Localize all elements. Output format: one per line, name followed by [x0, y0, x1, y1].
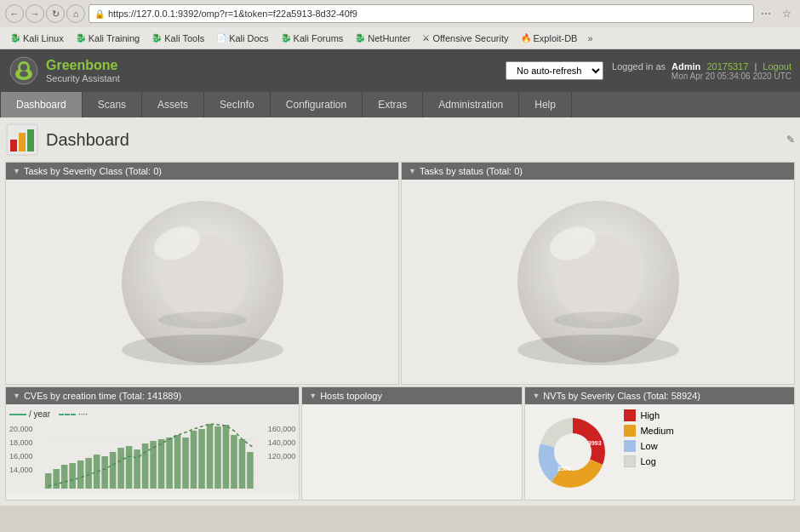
cve-total-line-icon — [59, 414, 76, 415]
cve-y-labels-right: 160,000 140,000 120,000 — [268, 422, 296, 463]
severity-donut-svg — [109, 188, 296, 375]
severity-class-title: Tasks by Severity Class (Total: 0) — [24, 166, 162, 176]
nav-extras[interactable]: Extras — [363, 92, 423, 117]
nvts-legend: High Medium Low Log — [624, 409, 673, 471]
bookmark-exploit-db-label: Exploit-DB — [534, 33, 578, 43]
severity-class-panel: ▼ Tasks by Severity Class (Total: 0) — [5, 162, 399, 385]
severity-class-header: ▼ Tasks by Severity Class (Total: 0) — [6, 163, 398, 180]
svg-rect-34 — [126, 446, 133, 489]
svg-rect-43 — [198, 429, 205, 489]
status-donut-svg — [505, 188, 692, 375]
bookmarks-more-button[interactable]: » — [584, 31, 596, 45]
nav-menu: Dashboard Scans Assets SecInfo Configura… — [0, 92, 800, 117]
home-button[interactable]: ⌂ — [66, 4, 85, 23]
status-collapse-icon[interactable]: ▼ — [409, 167, 416, 175]
more-button[interactable]: ⋯ — [757, 5, 774, 22]
logged-in-label: Logged in as — [612, 61, 666, 72]
severity-class-chart — [6, 180, 398, 384]
cve-y-label-r3: 120,000 — [268, 449, 296, 463]
nvts-header: ▼ NVTs by Severity Class (Total: 58924) — [525, 387, 794, 404]
nvts-title: NVTs by Severity Class (Total: 58924) — [543, 391, 700, 401]
cve-title: CVEs by creation time (Total: 141889) — [24, 391, 181, 401]
back-button[interactable]: ← — [5, 4, 24, 23]
cve-legend-total-label: ···· — [78, 409, 88, 419]
logout-link[interactable]: Logout — [763, 61, 791, 72]
svg-point-15 — [517, 335, 679, 365]
svg-rect-40 — [174, 435, 181, 489]
bookmark-kali-docs[interactable]: 📄 Kali Docs — [211, 31, 273, 45]
logo-sub-name: Security Assistant — [46, 73, 120, 83]
bookmark-kali-tools[interactable]: 🐉 Kali Tools — [146, 31, 209, 45]
status-header: ▼ Tasks by status (Total: 0) — [402, 163, 794, 180]
nav-scans[interactable]: Scans — [83, 92, 142, 117]
forward-button[interactable]: → — [26, 4, 44, 23]
bookmark-icon[interactable]: ☆ — [778, 5, 795, 22]
dashboard-edit-button[interactable]: ✎ — [786, 134, 795, 146]
cve-collapse-icon[interactable]: ▼ — [13, 392, 20, 400]
content-area: Dashboard ✎ ▼ Tasks by Severity Class (T… — [0, 117, 800, 506]
nvts-collapse-icon[interactable]: ▼ — [532, 392, 540, 400]
bookmark-nethunter[interactable]: 🐉 NetHunter — [350, 31, 415, 45]
login-status: Logged in as Admin 20175317 | Logout — [612, 61, 791, 72]
svg-rect-46 — [223, 425, 230, 489]
bookmark-kali-linux[interactable]: 🐉 Kali Linux — [5, 31, 69, 45]
browser-actions: ⋯ ☆ — [757, 5, 795, 22]
nethunter-icon: 🐉 — [355, 33, 365, 43]
low-color-box — [624, 440, 636, 452]
svg-rect-37 — [150, 441, 157, 489]
svg-rect-7 — [19, 133, 26, 152]
nav-secinfo[interactable]: SecInfo — [204, 92, 271, 117]
svg-rect-45 — [214, 426, 221, 489]
svg-rect-35 — [134, 449, 140, 489]
bookmark-offensive-security[interactable]: ⚔ Offensive Security — [417, 31, 513, 45]
cve-y-label-2: 18,000 — [9, 436, 33, 449]
user-info: Logged in as Admin 20175317 | Logout Mon… — [612, 61, 791, 81]
bookmark-kali-forums[interactable]: 🐉 Kali Forums — [276, 31, 349, 45]
status-panel: ▼ Tasks by status (Total: 0) — [401, 162, 795, 385]
hosts-header: ▼ Hosts topology — [302, 387, 522, 404]
dashboard-title: Dashboard — [46, 130, 129, 150]
nav-buttons: ← → ↻ ⌂ — [5, 4, 85, 23]
exploit-db-icon: 🔥 — [521, 33, 531, 43]
cve-legend-year-label: / year — [29, 409, 50, 419]
greenbone-header: Greenbone Security Assistant No auto-ref… — [0, 49, 800, 92]
bottom-charts-row: ▼ CVEs by creation time (Total: 141889) … — [5, 386, 795, 501]
kali-docs-icon: 📄 — [216, 33, 226, 43]
high-color-box — [624, 409, 636, 421]
kali-forums-icon: 🐉 — [281, 33, 291, 43]
bookmark-kali-training[interactable]: 🐉 Kali Training — [71, 31, 146, 45]
bookmark-exploit-db[interactable]: 🔥 Exploit-DB — [516, 31, 583, 45]
svg-rect-36 — [142, 443, 149, 489]
svg-rect-29 — [85, 458, 92, 489]
cve-year-line-icon — [9, 414, 26, 415]
nav-administration[interactable]: Administration — [423, 92, 519, 117]
hosts-title: Hosts topology — [320, 391, 382, 401]
dashboard-chart-icon — [5, 123, 39, 157]
nav-help[interactable]: Help — [519, 92, 572, 117]
offensive-security-icon: ⚔ — [422, 33, 430, 43]
top-charts-row: ▼ Tasks by Severity Class (Total: 0) — [5, 162, 795, 385]
logo-main-name: Greenbone — [46, 58, 120, 73]
svg-point-4 — [20, 72, 28, 77]
bookmark-kali-linux-label: Kali Linux — [23, 33, 64, 43]
hosts-chart-body — [302, 404, 522, 489]
svg-point-3 — [20, 64, 27, 71]
dashboard-header: Dashboard ✎ — [5, 123, 795, 157]
dashboard-title-area: Dashboard — [5, 123, 129, 157]
svg-rect-44 — [207, 424, 214, 489]
cve-y-labels-left: 20,000 18,000 16,000 14,000 — [9, 422, 33, 477]
nvts-chart-body: 3993 2560 High Medium Low — [525, 404, 794, 500]
address-bar[interactable]: 🔒 https://127.0.0.1:9392/omp?r=1&token=f… — [89, 4, 754, 23]
nvts-legend-low: Low — [624, 440, 673, 452]
refresh-button[interactable]: ↻ — [46, 4, 65, 23]
nav-dashboard[interactable]: Dashboard — [0, 92, 83, 117]
status-chart — [402, 180, 794, 384]
auto-refresh-select[interactable]: No auto-refresh — [506, 61, 603, 80]
severity-collapse-icon[interactable]: ▼ — [13, 167, 20, 175]
nav-configuration[interactable]: Configuration — [271, 92, 363, 117]
hosts-collapse-icon[interactable]: ▼ — [309, 392, 317, 400]
nav-assets[interactable]: Assets — [142, 92, 204, 117]
kali-training-icon: 🐉 — [76, 33, 86, 43]
cve-y-label-r2: 140,000 — [268, 436, 296, 449]
cve-legend-total: ···· — [59, 409, 88, 419]
